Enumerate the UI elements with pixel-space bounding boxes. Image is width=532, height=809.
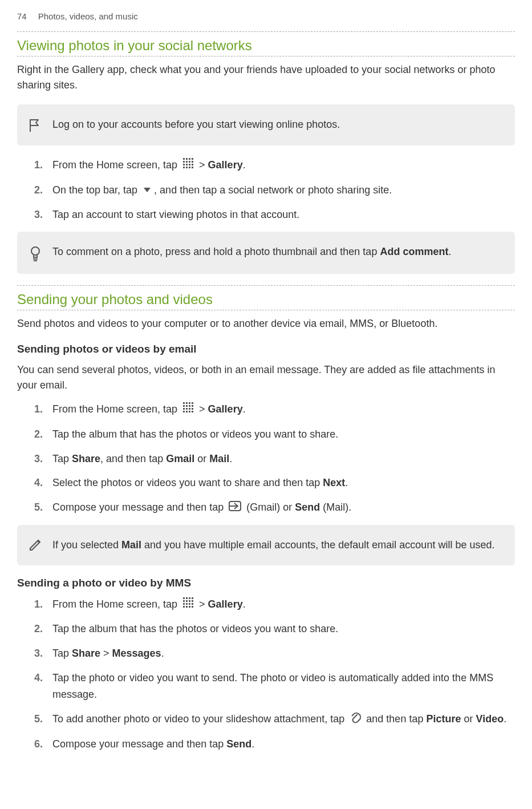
list-number: 1. [34, 401, 44, 418]
list-item: 4. Select the photos or videos you want … [34, 475, 515, 491]
svg-rect-40 [189, 600, 190, 602]
section-title-social: Viewing photos in your social networks [17, 38, 515, 54]
svg-rect-12 [183, 167, 185, 168]
svg-rect-3 [192, 158, 193, 160]
svg-rect-24 [192, 405, 193, 407]
callout-note: If you selected Mail and you have multip… [17, 525, 515, 565]
list-item: 3. Tap an account to start viewing photo… [34, 207, 515, 223]
svg-rect-30 [186, 411, 188, 412]
steps-list-mms: 1. From the Home screen, tap > Gallery. … [17, 596, 515, 753]
svg-rect-21 [183, 405, 185, 407]
svg-rect-7 [192, 161, 193, 163]
svg-rect-31 [189, 411, 190, 412]
list-content: Tap an account to start viewing photos i… [52, 207, 299, 223]
svg-rect-15 [192, 167, 193, 168]
svg-rect-9 [186, 164, 188, 165]
svg-rect-11 [192, 164, 193, 165]
svg-rect-10 [189, 164, 190, 165]
divider [17, 56, 515, 56]
list-content: Compose your message and then tap Send. [52, 736, 254, 753]
svg-rect-37 [192, 597, 193, 599]
svg-rect-34 [183, 597, 185, 599]
svg-rect-26 [186, 408, 188, 410]
steps-list-email: 1. From the Home screen, tap > Gallery. … [17, 401, 515, 516]
svg-rect-5 [186, 161, 188, 163]
list-number: 3. [34, 207, 44, 223]
list-item: 5. To add another photo or video to your… [34, 711, 515, 729]
list-content: From the Home screen, tap > Gallery. [52, 157, 246, 174]
steps-list-social: 1. From the Home screen, tap > Gallery. … [17, 157, 515, 223]
svg-rect-1 [186, 158, 188, 160]
list-number: 2. [34, 182, 44, 199]
list-number: 3. [34, 451, 44, 467]
list-content: On the top bar, tap , and then tap a soc… [52, 182, 392, 199]
list-content: Select the photos or videos you want to … [52, 475, 348, 491]
list-item: 4. Tap the photo or video you want to se… [34, 670, 515, 703]
list-item: 2. Tap the album that has the photos or … [34, 621, 515, 637]
svg-rect-44 [189, 603, 190, 605]
list-item: 3. Tap Share, and then tap Gmail or Mail… [34, 451, 515, 467]
list-content: Compose your message and then tap (Gmail… [52, 499, 351, 516]
pencil-icon [29, 537, 42, 552]
callout-tip: To comment on a photo, press and hold a … [17, 232, 515, 274]
body-text: You can send several photos, videos, or … [17, 362, 515, 393]
list-item: 6. Compose your message and then tap Sen… [34, 736, 515, 753]
callout-text: If you selected Mail and you have multip… [52, 537, 494, 553]
svg-rect-45 [192, 603, 193, 605]
apps-grid-icon [182, 157, 194, 174]
page-header: 74 Photos, videos, and music [17, 11, 515, 21]
list-number: 2. [34, 621, 44, 637]
svg-rect-4 [183, 161, 185, 163]
list-content: To add another photo or video to your sl… [52, 711, 506, 729]
list-content: Tap the album that has the photos or vid… [52, 426, 338, 443]
list-item: 1. From the Home screen, tap > Gallery. [34, 596, 515, 613]
list-item: 2. Tap the album that has the photos or … [34, 426, 515, 443]
svg-rect-38 [183, 600, 185, 602]
list-content: From the Home screen, tap > Gallery. [52, 401, 246, 418]
svg-rect-35 [186, 597, 188, 599]
svg-rect-32 [192, 411, 193, 412]
svg-rect-43 [186, 603, 188, 605]
list-number: 6. [34, 736, 44, 753]
list-number: 4. [34, 670, 44, 703]
lightbulb-icon [29, 244, 42, 261]
list-item: 1. From the Home screen, tap > Gallery. [34, 401, 515, 418]
list-number: 4. [34, 475, 44, 491]
list-content: Tap the photo or video you want to send.… [52, 670, 515, 703]
svg-rect-25 [183, 408, 185, 410]
svg-point-16 [31, 247, 39, 255]
svg-rect-13 [186, 167, 188, 168]
svg-rect-41 [192, 600, 193, 602]
svg-rect-19 [189, 402, 190, 404]
page-number: 74 [17, 11, 27, 21]
list-content: From the Home screen, tap > Gallery. [52, 596, 246, 613]
list-number: 1. [34, 596, 44, 613]
svg-rect-6 [189, 161, 190, 163]
divider [17, 310, 515, 310]
list-item: 5. Compose your message and then tap (Gm… [34, 499, 515, 516]
svg-rect-2 [189, 158, 190, 160]
svg-rect-0 [183, 158, 185, 160]
svg-rect-28 [192, 408, 193, 410]
svg-rect-49 [192, 606, 193, 608]
callout-text: Log on to your accounts before you start… [52, 117, 340, 132]
list-number: 2. [34, 426, 44, 443]
svg-rect-27 [189, 408, 190, 410]
svg-rect-17 [183, 402, 185, 404]
svg-rect-36 [189, 597, 190, 599]
svg-rect-29 [183, 411, 185, 412]
list-number: 5. [34, 499, 44, 516]
flag-icon [29, 117, 42, 133]
list-number: 1. [34, 157, 44, 174]
svg-rect-47 [186, 606, 188, 608]
divider [17, 31, 515, 32]
section-intro: Send photos and videos to your computer … [17, 316, 515, 331]
svg-rect-20 [192, 402, 193, 404]
list-number: 3. [34, 645, 44, 662]
send-arrow-icon [229, 500, 241, 516]
callout-flag: Log on to your accounts before you start… [17, 104, 515, 145]
svg-rect-18 [186, 402, 188, 404]
svg-rect-22 [186, 405, 188, 407]
list-content: Tap Share > Messages. [52, 645, 164, 662]
dropdown-triangle-icon [143, 182, 152, 199]
